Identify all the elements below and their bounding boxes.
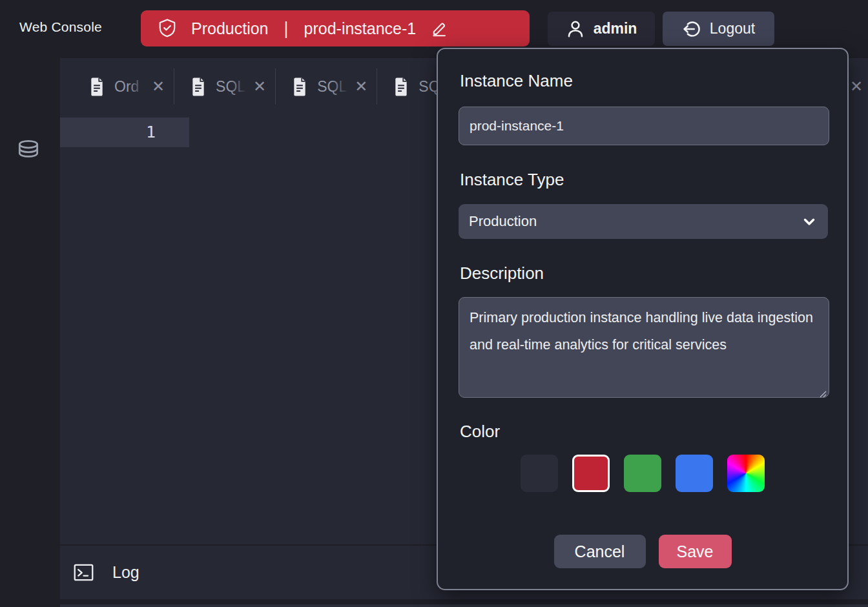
tab-label: Ord	[114, 78, 145, 96]
file-icon	[393, 77, 409, 97]
shield-check-icon	[158, 17, 177, 39]
description-label: Description	[460, 263, 544, 283]
bottom-divider	[60, 604, 868, 607]
color-swatch-rainbow[interactable]	[727, 455, 765, 492]
dialog-actions: Cancel Save	[438, 535, 847, 568]
instance-name-label: Instance Name	[460, 71, 573, 91]
app-title: Web Console	[19, 19, 102, 35]
close-icon[interactable]: ✕	[850, 77, 863, 96]
description-textarea[interactable]: Primary production instance handling liv…	[459, 297, 829, 398]
file-icon	[88, 77, 105, 97]
gutter-line-number: 1	[60, 118, 189, 147]
user-button[interactable]: admin	[548, 12, 655, 46]
tab-label: SQL	[216, 78, 247, 96]
edit-instance-dialog: Instance Name Instance Type Production D…	[437, 48, 849, 590]
badge-environment: Production	[191, 19, 269, 38]
color-swatch-row	[438, 455, 847, 492]
instance-type-value: Production	[469, 213, 537, 230]
tab-label: SQL	[317, 78, 348, 96]
color-label: Color	[460, 422, 500, 442]
color-swatch-default[interactable]	[521, 455, 558, 492]
tab-sql-1[interactable]: SQL ✕	[174, 58, 275, 115]
logout-button[interactable]: Logout	[663, 12, 774, 46]
chevron-down-icon	[801, 213, 818, 230]
sidebar	[0, 58, 60, 607]
terminal-icon	[73, 562, 94, 583]
file-icon	[190, 77, 207, 97]
instance-badge[interactable]: Production | prod-instance-1	[141, 10, 530, 46]
tab-sql-2[interactable]: SQL ✕	[276, 58, 377, 115]
close-icon[interactable]: ✕	[252, 77, 267, 96]
user-icon	[566, 19, 585, 39]
logout-label: Logout	[710, 20, 755, 37]
tab-orders[interactable]: Ord ✕	[73, 58, 174, 115]
cancel-button[interactable]: Cancel	[554, 535, 646, 568]
user-name: admin	[594, 20, 637, 37]
badge-separator: |	[284, 19, 289, 39]
instance-name-input[interactable]	[459, 107, 829, 145]
badge-instance-name: prod-instance-1	[304, 19, 417, 38]
edit-icon[interactable]	[430, 19, 448, 37]
file-icon	[291, 77, 308, 97]
color-swatch-red[interactable]	[572, 455, 610, 492]
close-icon[interactable]: ✕	[353, 77, 369, 96]
save-button[interactable]: Save	[659, 535, 732, 568]
log-label: Log	[112, 563, 140, 582]
close-icon[interactable]: ✕	[150, 77, 166, 96]
color-swatch-blue[interactable]	[676, 455, 713, 492]
database-icon[interactable]	[16, 132, 41, 169]
instance-type-select[interactable]: Production	[459, 204, 828, 239]
color-swatch-green[interactable]	[624, 455, 661, 492]
resize-handle-icon[interactable]	[819, 390, 827, 398]
logout-icon	[682, 19, 701, 39]
instance-type-label: Instance Type	[460, 170, 564, 190]
